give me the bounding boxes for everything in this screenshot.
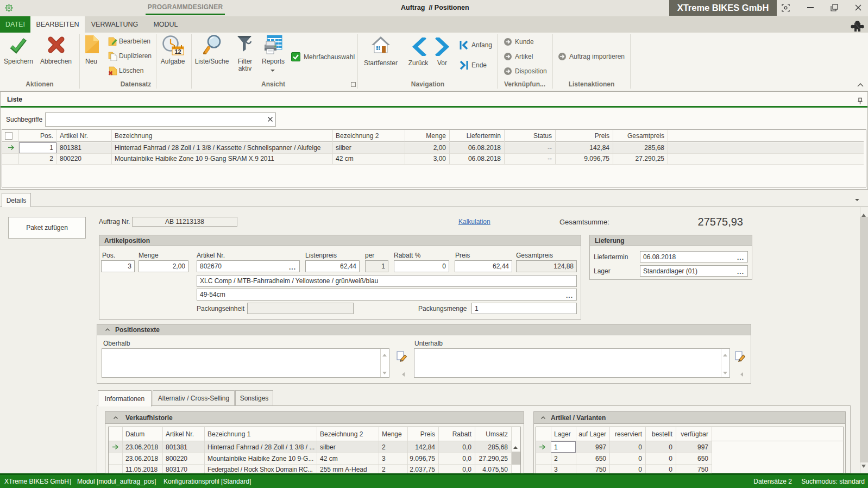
svg-text:12: 12 [174,48,181,55]
